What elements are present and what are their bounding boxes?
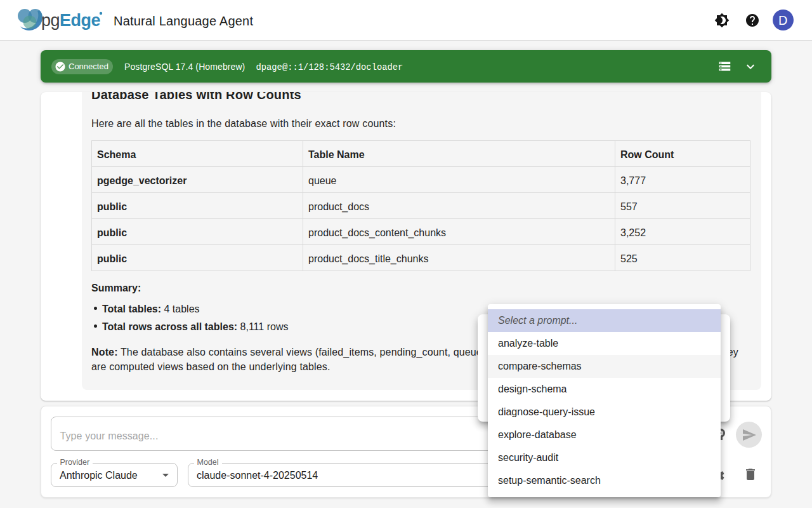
svg-text:pgEdge: pgEdge [41,11,101,30]
